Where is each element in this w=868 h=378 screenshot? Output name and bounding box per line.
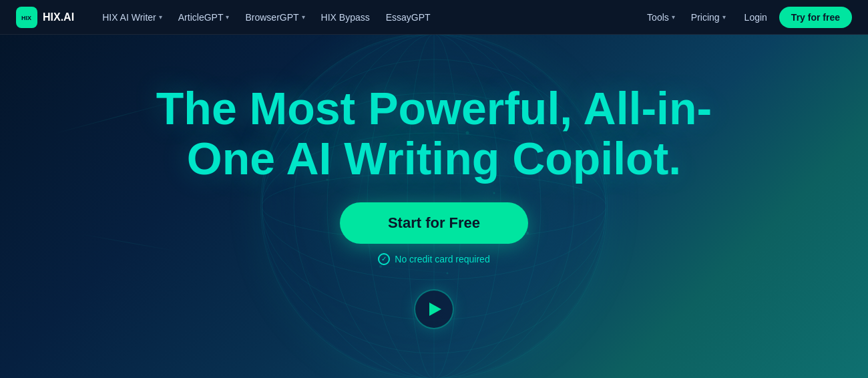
logo-icon: HIX bbox=[16, 7, 37, 28]
nav-item-browsergpt[interactable]: BrowserGPT ▾ bbox=[238, 8, 311, 27]
hero-content: The Most Powerful, All-in-One AI Writing… bbox=[134, 83, 734, 329]
logo-text: HIX.AI bbox=[43, 11, 74, 23]
play-icon bbox=[429, 303, 441, 316]
play-button-wrap bbox=[414, 289, 454, 329]
nav-item-hix-bypass[interactable]: HIX Bypass bbox=[314, 8, 377, 27]
chevron-down-icon: ▾ bbox=[226, 13, 229, 21]
nav-item-pricing[interactable]: Pricing ▾ bbox=[684, 8, 732, 27]
nav-item-login[interactable]: Login bbox=[735, 8, 777, 27]
no-cc-label: ✓ No credit card required bbox=[378, 253, 489, 265]
nav-item-hix-ai-writer[interactable]: HIX AI Writer ▾ bbox=[95, 8, 169, 27]
chevron-down-icon: ▾ bbox=[159, 13, 162, 21]
chevron-down-icon: ▾ bbox=[302, 13, 305, 21]
logo[interactable]: HIX HIX.AI bbox=[16, 7, 74, 28]
start-free-button[interactable]: Start for Free bbox=[340, 202, 528, 244]
chevron-down-icon: ▾ bbox=[722, 13, 726, 21]
nav-item-essaygpt[interactable]: EssayGPT bbox=[379, 8, 437, 27]
play-button[interactable] bbox=[414, 289, 454, 329]
hero-title: The Most Powerful, All-in-One AI Writing… bbox=[134, 83, 734, 184]
nav-item-tools[interactable]: Tools ▾ bbox=[640, 8, 682, 27]
nav-right: Tools ▾ Pricing ▾ Login Try for free bbox=[640, 7, 852, 28]
nav-left: HIX AI Writer ▾ ArticleGPT ▾ BrowserGPT … bbox=[95, 8, 640, 27]
svg-text:HIX: HIX bbox=[21, 15, 31, 21]
nav-item-articlegpt[interactable]: ArticleGPT ▾ bbox=[172, 8, 236, 27]
cta-section: Start for Free ✓ No credit card required bbox=[340, 202, 528, 265]
try-for-free-button[interactable]: Try for free bbox=[779, 7, 852, 28]
chevron-down-icon: ▾ bbox=[672, 13, 675, 21]
navbar: HIX HIX.AI HIX AI Writer ▾ ArticleGPT ▾ … bbox=[0, 0, 868, 35]
hero-section: The Most Powerful, All-in-One AI Writing… bbox=[0, 0, 868, 378]
check-icon: ✓ bbox=[378, 253, 390, 265]
